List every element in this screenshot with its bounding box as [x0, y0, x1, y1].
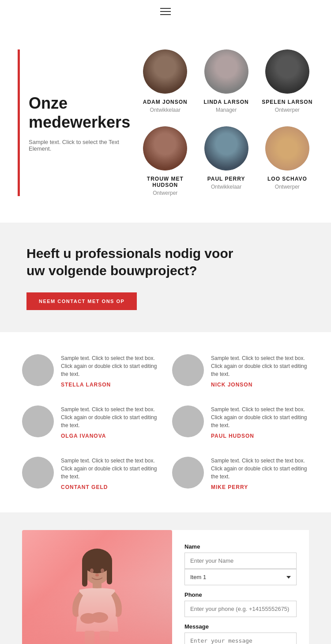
person-info: Sample text. Click to select the text bo…: [61, 405, 159, 439]
person-silhouette: [53, 543, 141, 644]
svg-point-11: [95, 574, 99, 576]
team-section: Onze medewerkers Sample text. Click to s…: [0, 23, 331, 223]
person-description: Sample text. Click to select the text bo…: [211, 457, 309, 481]
person-card: Sample text. Click to select the text bo…: [172, 405, 309, 439]
team-member-role: Ontwikkelaar: [211, 184, 241, 190]
avatar-placeholder: [143, 49, 187, 94]
avatar-placeholder: [143, 126, 187, 170]
person-avatar: [172, 354, 204, 386]
team-member-name: SPELEN LARSON: [262, 99, 312, 105]
contact-form: Name Item 1Item 2Item 3 Phone Message IN…: [172, 530, 309, 644]
svg-rect-3: [107, 560, 112, 584]
person-card: Sample text. Click to select the text bo…: [22, 405, 159, 439]
contact-button[interactable]: NEEM CONTACT MET ONS OP: [26, 292, 137, 310]
person-name: CONTANT GELD: [61, 484, 159, 490]
team-member-name: LOO SCHAVO: [267, 176, 307, 182]
person-name: PAUL HUDSON: [211, 433, 309, 439]
team-grid: ADAM JONSON Ontwikkelaar LINDA LARSON Ma…: [139, 49, 313, 196]
team-member-avatar: [143, 126, 187, 170]
team-member: SPELEN LARSON Ontwerper: [261, 49, 313, 113]
team-member-role: Ontwerper: [275, 107, 300, 113]
team-member: TROUW MET HUDSON Ontwerper: [139, 126, 191, 196]
avatar: [22, 457, 54, 489]
item-select[interactable]: Item 1Item 2Item 3: [184, 569, 297, 585]
person-avatar: [22, 354, 54, 386]
avatar-placeholder: [265, 126, 309, 170]
person-card: Sample text. Click to select the text bo…: [172, 354, 309, 388]
person-description: Sample text. Click to select the text bo…: [61, 457, 159, 481]
avatar: [22, 405, 54, 437]
team-member: ADAM JONSON Ontwikkelaar: [139, 49, 191, 113]
avatar: [172, 354, 204, 386]
svg-point-6: [90, 612, 108, 623]
person-info: Sample text. Click to select the text bo…: [61, 354, 159, 388]
banner-section: Heeft u professionals nodig voor uw volg…: [0, 223, 331, 332]
team-member-name: PAUL PERRY: [207, 176, 245, 182]
svg-rect-4: [93, 582, 102, 590]
banner-heading: Heeft u professionals nodig voor uw volg…: [26, 245, 247, 279]
avatar: [22, 354, 54, 386]
svg-rect-2: [82, 560, 87, 587]
svg-point-9: [90, 568, 94, 573]
team-member-role: Ontwikkelaar: [150, 107, 181, 113]
person-info: Sample text. Click to select the text bo…: [211, 457, 309, 490]
person-description: Sample text. Click to select the text bo…: [61, 405, 159, 429]
person-name: NICK JONSON: [211, 382, 309, 388]
person-info: Sample text. Click to select the text bo…: [61, 457, 159, 490]
name-label: Name: [184, 543, 297, 550]
person-name: MIKE PERRY: [211, 484, 309, 490]
person-card: Sample text. Click to select the text bo…: [22, 354, 159, 388]
person-card: Sample text. Click to select the text bo…: [172, 457, 309, 490]
team-member: LOO SCHAVO Ontwerper: [261, 126, 313, 196]
team-description: Sample text. Click to select the Text El…: [29, 139, 130, 152]
team-member-avatar: [265, 126, 309, 170]
team-member-name: ADAM JONSON: [143, 99, 188, 105]
team-member: PAUL PERRY Ontwikkelaar: [200, 126, 252, 196]
phone-input[interactable]: [184, 601, 297, 617]
person-card: Sample text. Click to select the text bo…: [22, 457, 159, 490]
avatar: [172, 457, 204, 489]
form-image-placeholder: [22, 530, 172, 644]
menu-icon[interactable]: [160, 8, 171, 15]
team-member-role: Ontwerper: [153, 190, 177, 196]
message-input[interactable]: [184, 633, 297, 644]
person-info: Sample text. Click to select the text bo…: [211, 354, 309, 388]
navigation: [0, 0, 331, 23]
avatar-placeholder: [204, 126, 248, 170]
team-member-avatar: [204, 49, 248, 94]
people-section: Sample text. Click to select the text bo…: [0, 332, 331, 512]
team-member-name: TROUW MET HUDSON: [139, 176, 191, 188]
svg-point-10: [101, 568, 104, 573]
people-grid: Sample text. Click to select the text bo…: [22, 354, 309, 490]
person-avatar: [22, 457, 54, 489]
team-member-name: LINDA LARSON: [203, 99, 248, 105]
team-member-avatar: [204, 126, 248, 170]
person-description: Sample text. Click to select the text bo…: [211, 354, 309, 378]
avatar-placeholder: [204, 49, 248, 94]
team-member-role: Ontwerper: [275, 184, 300, 190]
person-avatar: [22, 405, 54, 437]
name-input[interactable]: [184, 553, 297, 569]
person-avatar: [172, 405, 204, 437]
person-name: STELLA LARSON: [61, 382, 159, 388]
team-member: LINDA LARSON Manager: [200, 49, 252, 113]
form-section: Name Item 1Item 2Item 3 Phone Message IN…: [0, 512, 331, 644]
svg-rect-7: [85, 631, 94, 644]
form-image: [22, 530, 172, 644]
avatar-placeholder: [265, 49, 309, 94]
phone-label: Phone: [184, 591, 297, 598]
person-description: Sample text. Click to select the text bo…: [61, 354, 159, 378]
person-name: OLGA IVANOVA: [61, 433, 159, 439]
person-description: Sample text. Click to select the text bo…: [211, 405, 309, 429]
message-label: Message: [184, 623, 297, 630]
avatar: [172, 405, 204, 437]
svg-point-5: [80, 613, 96, 624]
team-heading: Onze medewerkers Sample text. Click to s…: [18, 49, 130, 196]
team-member-avatar: [265, 49, 309, 94]
person-avatar: [172, 457, 204, 489]
team-member-avatar: [143, 49, 187, 94]
team-title: Onze medewerkers: [29, 94, 130, 132]
svg-rect-8: [100, 631, 109, 644]
team-member-role: Manager: [216, 107, 237, 113]
person-info: Sample text. Click to select the text bo…: [211, 405, 309, 439]
